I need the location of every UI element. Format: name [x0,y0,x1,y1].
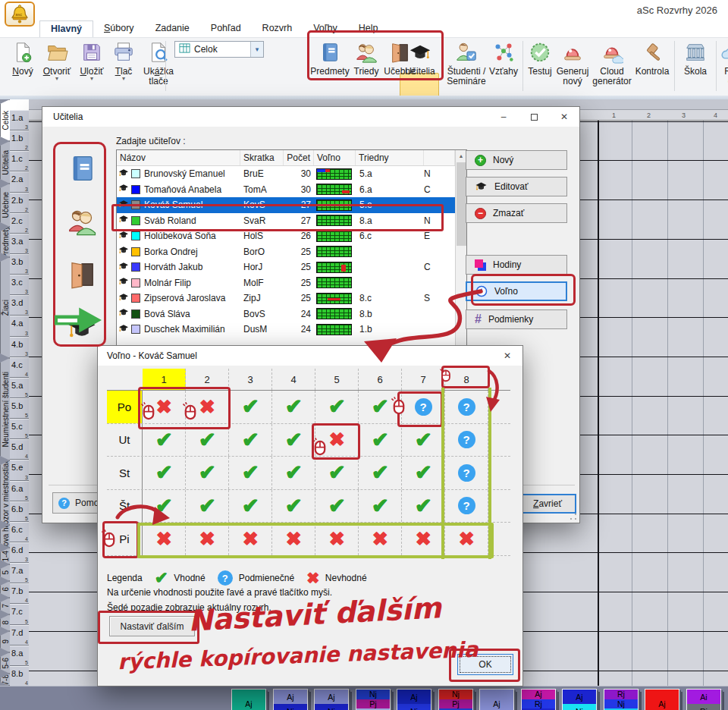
view-tab[interactable]: 8 [0,614,10,631]
class-row-header[interactable]: 8.b4 [10,666,29,686]
teachers-dialog-titlebar[interactable]: Učitelia – ✕ [42,107,579,127]
teacher-row[interactable]: Sváb Roland SvaR 27 8.a N [117,213,466,229]
dropdown-arrow-icon[interactable]: ▾ [39,77,74,81]
availability-cell[interactable] [445,523,488,555]
period-header[interactable]: 6 [359,369,402,390]
availability-cell[interactable] [402,490,445,523]
column-header-extra[interactable] [424,150,455,165]
availability-cell[interactable] [143,391,186,423]
lessons-button[interactable]: Hodiny [466,255,567,275]
dropdown-arrow-icon[interactable]: ▾ [76,77,108,81]
class-row-header[interactable]: 7.a5 [10,563,29,583]
availability-cell[interactable] [402,391,445,423]
availability-cell[interactable] [186,424,229,457]
period-header[interactable]: 1 [143,369,186,390]
class-row-header[interactable]: 4.a3 [10,316,29,336]
class-row-header[interactable]: 3.c3 [10,275,29,295]
period-header[interactable]: 3 [229,369,272,390]
lesson-card[interactable]: RjNjFj [604,689,639,710]
close-icon[interactable]: ✕ [549,107,579,127]
view-tab[interactable]: 5 [0,564,10,581]
availability-cell[interactable] [272,523,315,555]
availability-cell[interactable] [359,391,402,423]
availability-cell[interactable] [229,490,272,523]
ribbon-tab[interactable]: Zadanie [145,20,200,37]
availability-cell[interactable] [445,457,488,489]
column-header-short[interactable]: Skratka [240,150,284,165]
class-row-header[interactable]: 7.b4 [10,583,29,604]
availability-cell[interactable] [359,490,402,523]
resize-grip[interactable] [569,512,578,521]
class-row-header[interactable]: 7.c5 [10,604,29,624]
class-row-header[interactable]: 1.c2 [10,151,29,171]
column-header-class[interactable]: Triedny [356,150,424,165]
class-row-header[interactable]: 6.c4 [10,522,29,542]
view-tab[interactable]: Dozor v miestnostiach [0,460,10,525]
period-header[interactable]: 5 [315,369,359,390]
view-tab[interactable]: Predmety [0,227,10,257]
period-header[interactable]: 8 [445,369,488,390]
class-row-header[interactable]: 1.a3 [10,110,29,130]
subjects-button[interactable]: Predmety [309,39,350,95]
day-label[interactable]: St [107,457,143,489]
view-tab[interactable]: Učitelia [0,141,10,184]
availability-cell[interactable] [359,523,402,555]
availability-cell[interactable] [359,457,402,489]
availability-cell[interactable] [229,457,272,489]
view-tab[interactable]: 6 [0,581,10,598]
column-header-name[interactable]: Názov [117,150,240,165]
new-button[interactable]: Nový [6,39,39,95]
new-teacher-button[interactable]: + Nový [466,150,567,170]
ribbon-tab[interactable]: Pohľad [200,20,252,37]
book-icon[interactable] [65,152,99,184]
print-button[interactable]: Tlač ▾ [109,39,138,95]
edit-teacher-button[interactable]: Editovať [466,177,567,196]
minimize-icon[interactable]: – [488,107,519,127]
availability-cell[interactable] [402,424,445,457]
dropdown-arrow-icon[interactable]: ▾ [109,77,138,81]
availability-cell[interactable] [315,490,359,523]
ribbon-tab[interactable]: Help [348,20,389,37]
maximize-icon[interactable] [519,107,549,127]
availability-cell[interactable] [143,457,186,489]
view-tab[interactable]: 7 [0,598,10,614]
availability-cell[interactable] [186,490,229,523]
free-dialog-titlebar[interactable]: Voľno - Kováč Samuel ✕ [98,346,522,366]
availability-cell[interactable] [402,523,445,555]
close-icon[interactable]: ✕ [492,346,522,366]
close-dialog-button[interactable]: Zavrieť [519,494,576,514]
availability-cell[interactable] [445,490,488,523]
class-row-header[interactable]: 6.d3 [10,542,29,563]
availability-cell[interactable] [315,391,359,423]
period-header[interactable]: 4 [272,369,315,390]
teacher-row[interactable]: Molnár Filip MolF 25 [117,275,466,291]
ribbon-tab[interactable]: Voľby [303,20,347,37]
view-tab[interactable]: Neumiestnení študenti [0,358,10,460]
teacher-row[interactable]: Kováč Samuel KovS 27 5.e [117,197,466,213]
day-label[interactable]: Ut [107,424,143,457]
day-label[interactable]: Po [107,391,143,423]
class-row-header[interactable]: 3.b3 [10,254,29,275]
teacher-row[interactable]: Horváth Jakub HorJ 25 C [117,259,466,275]
availability-cell[interactable] [229,391,272,423]
test-button[interactable]: Testuj [526,39,554,95]
availability-cell[interactable] [402,457,445,489]
lesson-card[interactable]: Aj [231,689,266,710]
availability-cell[interactable] [143,490,186,523]
teacher-row[interactable]: Borka Ondrej BorO 25 [117,244,466,260]
lesson-card[interactable]: Aj [645,689,679,710]
class-row-header[interactable]: 8.a5 [10,646,29,666]
lesson-card[interactable]: AjNj [562,689,597,710]
availability-cell[interactable] [229,424,272,457]
relations-button[interactable]: Vzťahy [487,39,520,95]
generate-new-button[interactable]: Generuj nový [554,39,591,95]
day-label[interactable]: Št [107,490,143,523]
availability-cell[interactable] [272,490,315,523]
save-button[interactable]: Uložiť ▾ [76,39,108,95]
teacher-row[interactable]: Zipserová Jaroslava ZipJ 25 8.c S [117,291,466,306]
availability-cell[interactable] [143,523,186,555]
school-button[interactable]: Škola [679,39,712,95]
conditions-button[interactable]: # Podmienky [466,309,567,329]
teacher-row[interactable]: Duschek Maximilián DusM 24 1.b [117,322,466,338]
availability-cell[interactable] [315,523,359,555]
